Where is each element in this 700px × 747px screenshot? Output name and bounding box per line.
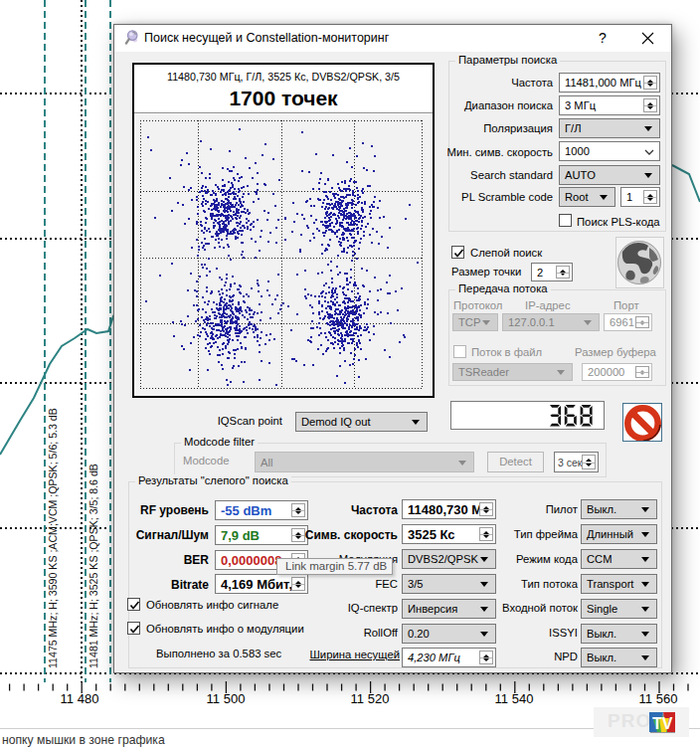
svg-text:TV: TV — [652, 715, 673, 732]
